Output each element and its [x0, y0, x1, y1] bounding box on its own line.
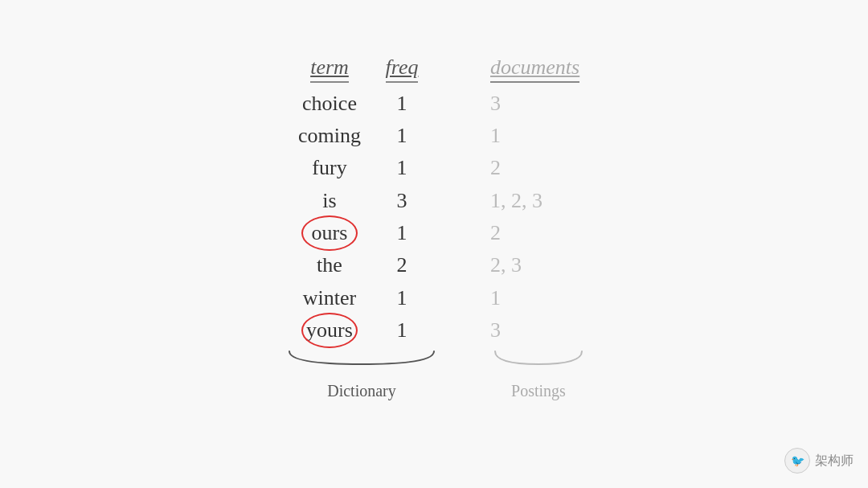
- term-cell-0: choice: [281, 88, 378, 120]
- docs-brace-svg: [490, 350, 587, 379]
- term-text-2: fury: [312, 152, 346, 184]
- watermark-text: 架构师: [815, 453, 854, 470]
- term-text-4: ours: [312, 217, 348, 249]
- freq-cell-3: 3: [397, 185, 407, 217]
- freq-cell-5: 2: [397, 249, 407, 281]
- term-column: term choicecomingfuryisoursthewinteryour…: [281, 55, 378, 347]
- docs-brace-area: Postings: [490, 350, 587, 400]
- term-text-0: choice: [302, 88, 357, 120]
- freq-cell-7: 1: [397, 314, 407, 347]
- docs-column: documents 3121, 2, 322, 313: [490, 55, 579, 347]
- term-cell-4: ours: [281, 217, 378, 249]
- docs-cell-3: 1, 2, 3: [490, 185, 542, 217]
- freq-cell-2: 1: [397, 152, 407, 184]
- docs-cell-5: 2, 3: [490, 249, 522, 281]
- term-cell-1: coming: [281, 120, 378, 152]
- dictionary-section: term choicecomingfuryisoursthewinteryour…: [281, 55, 442, 400]
- term-text-6: winter: [303, 282, 356, 314]
- freq-cell-6: 1: [397, 282, 407, 314]
- dictionary-label: Dictionary: [327, 382, 396, 400]
- term-text-7: yours: [306, 314, 353, 347]
- docs-cell-1: 1: [490, 120, 501, 152]
- freq-cell-0: 1: [397, 88, 407, 120]
- docs-header: documents: [490, 55, 579, 83]
- docs-cell-0: 3: [490, 88, 501, 120]
- freq-cell-4: 1: [397, 217, 407, 249]
- dict-brace-svg: [281, 350, 442, 379]
- page: term choicecomingfuryisoursthewinteryour…: [0, 0, 868, 488]
- watermark: 🐦 架构师: [784, 448, 854, 474]
- watermark-logo: 🐦: [784, 448, 810, 474]
- term-cell-2: fury: [281, 152, 378, 184]
- dict-table: term choicecomingfuryisoursthewinteryour…: [281, 55, 426, 347]
- term-header: term: [310, 55, 349, 83]
- content-area: term choicecomingfuryisoursthewinteryour…: [281, 55, 587, 400]
- docs-cell-7: 3: [490, 314, 501, 347]
- postings-label: Postings: [511, 382, 566, 400]
- docs-cell-2: 2: [490, 152, 501, 184]
- freq-header: freq: [386, 55, 419, 83]
- docs-cell-6: 1: [490, 282, 501, 314]
- dict-brace-area: Dictionary: [281, 350, 442, 400]
- documents-section: documents 3121, 2, 322, 313 Postings: [490, 55, 587, 400]
- term-cell-7: yours: [281, 314, 378, 347]
- term-cell-3: is: [281, 185, 378, 217]
- term-cell-5: the: [281, 249, 378, 281]
- docs-cell-4: 2: [490, 217, 501, 249]
- freq-column: freq 11131211: [378, 55, 426, 347]
- term-text-3: is: [322, 185, 336, 217]
- freq-cell-1: 1: [397, 120, 407, 152]
- term-text-1: coming: [298, 120, 361, 152]
- term-cell-6: winter: [281, 282, 378, 314]
- term-text-5: the: [317, 249, 342, 281]
